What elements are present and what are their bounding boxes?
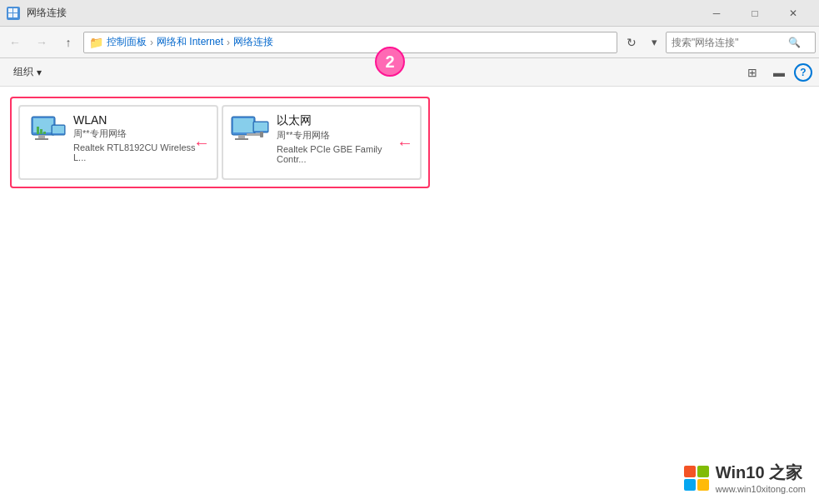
view-list-button[interactable]: ▬ (767, 62, 791, 83)
ethernet-arrow: ← (397, 133, 413, 152)
svg-rect-0 (8, 8, 12, 12)
title-bar: 网络连接 ─ □ ✕ (0, 0, 819, 27)
search-box: 🔍 (666, 32, 816, 53)
address-path: 📁 控制面板 › 网络和 Internet › 网络连接 (83, 32, 617, 53)
ethernet-status: 周**专用网络 (277, 129, 413, 142)
wlan-header: WLAN 周**专用网络 Realtek RTL8192CU Wireless … (27, 113, 210, 162)
title-bar-left: 网络连接 (7, 6, 67, 20)
watermark-text-group: Win10 之家 www.win10xitong.com (716, 462, 806, 494)
content-area: WLAN 周**专用网络 Realtek RTL8192CU Wireless … (0, 87, 819, 504)
wlan-info: WLAN 周**专用网络 Realtek RTL8192CU Wireless … (73, 113, 210, 162)
address-bar: ← → ↑ 📁 控制面板 › 网络和 Internet › 网络连接 2 ↻ ▾… (0, 27, 819, 58)
network-grid: WLAN 周**专用网络 Realtek RTL8192CU Wireless … (10, 97, 430, 188)
up-button[interactable]: ↑ (57, 31, 80, 54)
svg-rect-10 (37, 127, 39, 134)
svg-rect-15 (238, 135, 245, 138)
organize-label: 组织 (13, 65, 33, 79)
wlan-arrow: ← (193, 133, 210, 152)
close-button[interactable]: ✕ (774, 0, 812, 27)
search-icon: 🔍 (788, 37, 801, 48)
maximize-button[interactable]: □ (736, 0, 774, 27)
ethernet-adapter: Realtek PCIe GBE Family Contr... (277, 144, 413, 164)
wlan-status: 周**专用网络 (73, 127, 210, 140)
svg-rect-14 (233, 118, 253, 132)
path-controlpanel[interactable]: 控制面板 (107, 35, 147, 49)
brand-name: Win10 之家 (716, 462, 806, 484)
svg-rect-9 (40, 129, 42, 134)
wlan-adapter: Realtek RTL8192CU Wireless L... (73, 142, 210, 162)
svg-rect-6 (38, 135, 45, 138)
folder-icon: 📁 (89, 36, 103, 49)
view-grid-button[interactable]: ⊞ (741, 62, 764, 83)
help-button[interactable]: ? (794, 63, 812, 82)
organize-button[interactable]: 组织 ▾ (7, 62, 48, 83)
refresh-button[interactable]: ↻ (621, 32, 642, 53)
svg-rect-16 (235, 138, 248, 140)
path-network-connections[interactable]: 网络连接 (233, 35, 273, 49)
svg-rect-7 (35, 138, 48, 140)
window-controls: ─ □ ✕ (697, 0, 812, 27)
search-input[interactable] (672, 37, 788, 48)
wlan-item[interactable]: WLAN 周**专用网络 Realtek RTL8192CU Wireless … (18, 105, 218, 180)
back-button[interactable]: ← (3, 31, 27, 54)
ethernet-name: 以太网 (277, 113, 413, 128)
step-badge: 2 (375, 47, 405, 77)
help-label: ? (800, 67, 806, 78)
ethernet-info: 以太网 周**专用网络 Realtek PCIe GBE Family Cont… (277, 113, 413, 164)
organize-arrow: ▾ (37, 67, 42, 78)
wlan-icon (27, 113, 67, 153)
path-network-internet[interactable]: 网络和 Internet (157, 35, 223, 49)
ethernet-item[interactable]: 以太网 周**专用网络 Realtek PCIe GBE Family Cont… (222, 105, 422, 180)
windows-logo (684, 466, 709, 491)
svg-rect-2 (8, 13, 12, 17)
minimize-button[interactable]: ─ (697, 0, 736, 27)
window-icon (7, 7, 20, 20)
svg-rect-8 (43, 132, 46, 134)
forward-button[interactable]: → (30, 31, 53, 54)
svg-rect-1 (13, 8, 17, 12)
svg-rect-18 (254, 122, 267, 131)
ethernet-header: 以太网 周**专用网络 Realtek PCIe GBE Family Cont… (230, 113, 413, 164)
wlan-name: WLAN (73, 113, 210, 127)
ethernet-icon (230, 113, 270, 153)
svg-rect-3 (13, 13, 17, 17)
window-title: 网络连接 (27, 6, 67, 20)
svg-rect-5 (33, 118, 53, 132)
svg-rect-12 (52, 126, 64, 133)
toolbar: 组织 ▾ ⊞ ▬ ? (0, 58, 819, 87)
address-dropdown-button[interactable]: ▾ (646, 32, 662, 53)
brand-url: www.win10xitong.com (716, 484, 806, 494)
svg-rect-20 (260, 132, 263, 137)
watermark: Win10 之家 www.win10xitong.com (677, 458, 812, 497)
